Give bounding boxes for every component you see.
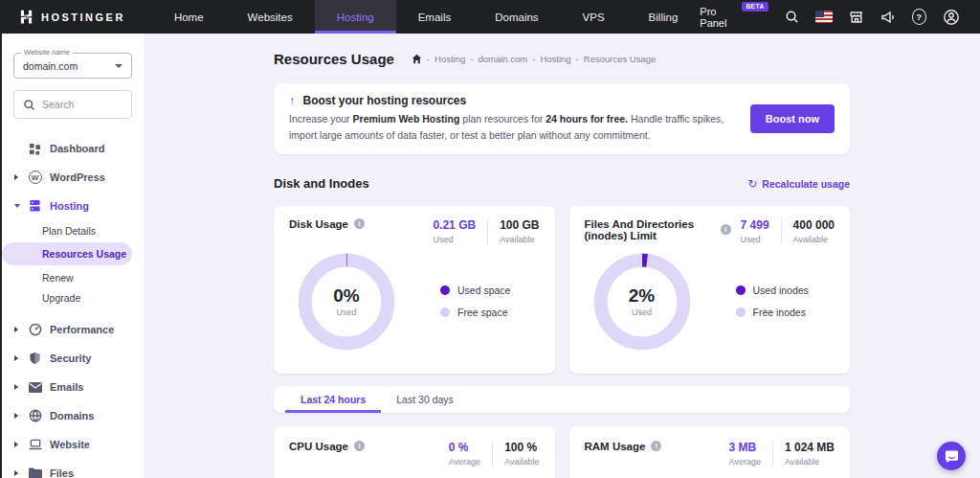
sidebar-item-wordpress[interactable]: W WordPress — [0, 163, 144, 192]
pro-panel-link[interactable]: Pro Panel BETA — [700, 6, 768, 29]
chevron-down-icon — [115, 64, 122, 68]
nav-item-websites[interactable]: Websites — [226, 0, 315, 34]
sidebar-item-files[interactable]: Files — [0, 459, 144, 478]
nav-item-billing[interactable]: Billing — [627, 0, 701, 34]
cpu-average-label: Average — [449, 457, 480, 467]
sidebar-item-label: Website — [50, 439, 90, 450]
shield-icon — [28, 352, 42, 366]
hostinger-logo[interactable]: HOSTINGER — [0, 10, 152, 24]
inodes-percent-label: Used — [632, 307, 652, 317]
sidebar-search[interactable] — [13, 90, 132, 119]
disk-legend: Used space Free space — [440, 285, 510, 318]
recalculate-usage-link[interactable]: ↻ Recalculate usage — [747, 177, 850, 191]
info-icon[interactable]: i — [354, 441, 365, 451]
info-icon[interactable]: i — [651, 441, 661, 451]
sidebar-item-performance[interactable]: Performance — [0, 315, 144, 344]
ram-usage-card: RAM Usage i 3 MB Average 1 024 MB Av — [569, 426, 851, 478]
crumb-separator: - — [427, 54, 430, 64]
sidebar-item-dashboard[interactable]: Dashboard — [0, 134, 144, 163]
megaphone-icon[interactable] — [880, 10, 896, 25]
sidebar-subitem-resources-usage[interactable]: Resources Usage — [2, 242, 132, 265]
cpu-available-value: 100 % — [504, 441, 539, 454]
time-range-tabs: Last 24 hours Last 30 days — [274, 386, 850, 413]
account-icon[interactable] — [943, 9, 960, 26]
beta-badge: BETA — [742, 2, 768, 11]
search-input[interactable] — [42, 99, 126, 110]
sidebar-item-label: Performance — [50, 324, 114, 335]
breadcrumb-hosting-2[interactable]: Hosting — [540, 54, 570, 64]
wordpress-icon: W — [28, 171, 42, 185]
globe-icon — [28, 409, 42, 423]
crumb-separator: - — [576, 54, 579, 64]
sidebar-item-label: Dashboard — [50, 143, 104, 154]
nav-item-home[interactable]: Home — [152, 0, 226, 34]
inodes-usage-donut-chart: 2% Used — [592, 252, 692, 352]
sidebar-subitem-upgrade[interactable]: Upgrade — [0, 287, 144, 307]
disk-available-label: Available — [500, 235, 539, 244]
help-icon[interactable]: ? — [912, 9, 926, 25]
breadcrumb-resources-usage[interactable]: Resources Usage — [584, 54, 657, 64]
sidebar-subitem-renew[interactable]: Renew — [0, 267, 144, 287]
chat-button[interactable] — [937, 442, 966, 470]
sidebar-item-website[interactable]: Website — [0, 430, 144, 459]
info-icon[interactable]: i — [721, 224, 731, 235]
disk-available-value: 100 GB — [500, 218, 539, 232]
legend-label: Used space — [457, 285, 510, 296]
sidebar-subitem-plan-details[interactable]: Plan Details — [0, 220, 144, 240]
cpu-usage-card: CPU Usage i 0 % Average 100 % Availa — [274, 426, 555, 478]
inodes-legend: Used inodes Free inodes — [736, 285, 809, 318]
used-space-dot — [440, 285, 450, 295]
inodes-available-label: Available — [793, 235, 835, 244]
topnav-right-cluster: Pro Panel BETA ? — [700, 6, 980, 29]
card-title: Files And Directories (inodes) Limit — [585, 218, 715, 241]
ram-available-value: 1 024 MB — [785, 441, 835, 454]
website-selector[interactable]: Website name domain.com — [13, 53, 132, 79]
breadcrumb: - Hosting - domain.com - Hosting - Resou… — [412, 54, 656, 64]
disk-usage-card: Disk Usage i 0.21 GB Used 100 GB Ava — [274, 206, 555, 374]
home-icon[interactable] — [412, 54, 422, 64]
banner-title: Boost your hosting resources — [303, 94, 467, 107]
crumb-separator: - — [470, 54, 473, 64]
chevron-right-icon — [14, 327, 18, 332]
inodes-used-label: Used — [741, 235, 769, 244]
legend-label: Used inodes — [753, 285, 809, 296]
sidebar-item-label: Hosting — [50, 200, 89, 212]
nav-item-vps[interactable]: VPS — [561, 0, 627, 34]
inodes-available-value: 400 000 — [793, 218, 835, 232]
sidebar-item-label: Domains — [50, 410, 94, 421]
main-content: Resources Usage - Hosting - domain.com -… — [144, 34, 980, 478]
boost-arrow-icon: ↑ — [289, 93, 296, 107]
ram-available-label: Available — [785, 457, 835, 467]
disk-percent: 0% — [333, 285, 359, 307]
ram-average-label: Average — [729, 457, 761, 467]
search-icon[interactable] — [785, 10, 799, 24]
storefront-icon[interactable] — [849, 10, 864, 25]
used-inodes-dot — [736, 285, 746, 295]
sidebar-item-emails[interactable]: Emails — [0, 373, 144, 401]
nav-item-emails[interactable]: Emails — [396, 0, 474, 34]
breadcrumb-hosting[interactable]: Hosting — [434, 54, 465, 64]
inodes-percent: 2% — [629, 285, 655, 307]
website-selector-label: Website name — [21, 48, 73, 57]
nav-item-domains[interactable]: Domains — [473, 0, 560, 34]
section-title: Disk and Inodes — [274, 176, 369, 191]
hostinger-logo-icon — [19, 10, 33, 24]
chevron-right-icon — [14, 384, 18, 390]
boost-now-button[interactable]: Boost now — [750, 104, 835, 133]
sidebar-item-domains[interactable]: Domains — [0, 401, 144, 430]
boost-banner: ↑ Boost your hosting resources Increase … — [274, 83, 850, 154]
chevron-right-icon — [14, 174, 18, 180]
sidebar-item-security[interactable]: Security — [0, 344, 144, 373]
breadcrumb-domain[interactable]: domain.com — [478, 54, 527, 64]
language-flag-icon[interactable] — [815, 11, 833, 23]
chevron-right-icon — [14, 355, 18, 361]
legend-label: Free inodes — [753, 307, 806, 318]
laptop-icon — [28, 438, 42, 452]
info-icon[interactable]: i — [354, 218, 365, 229]
search-icon — [23, 99, 35, 111]
tab-last-24-hours[interactable]: Last 24 hours — [285, 386, 381, 413]
sidebar-item-hosting[interactable]: Hosting — [0, 192, 144, 220]
nav-item-hosting[interactable]: Hosting — [315, 0, 396, 34]
tab-last-30-days[interactable]: Last 30 days — [381, 386, 469, 413]
main-nav: Home Websites Hosting Emails Domains VPS… — [152, 0, 700, 34]
